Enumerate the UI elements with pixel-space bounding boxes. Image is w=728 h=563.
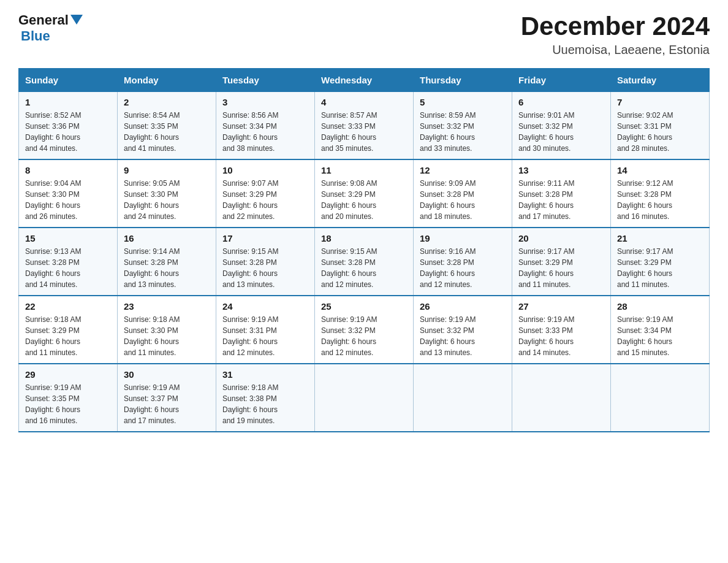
day-number: 11 <box>321 165 407 175</box>
table-cell: 9 Sunrise: 9:05 AM Sunset: 3:30 PM Dayli… <box>118 159 216 228</box>
day-info: Sunrise: 9:11 AM Sunset: 3:28 PM Dayligh… <box>518 178 604 222</box>
week-row-1: 1 Sunrise: 8:52 AM Sunset: 3:36 PM Dayli… <box>19 92 710 160</box>
table-cell: 1 Sunrise: 8:52 AM Sunset: 3:36 PM Dayli… <box>19 92 118 160</box>
day-info: Sunrise: 9:05 AM Sunset: 3:30 PM Dayligh… <box>124 178 210 222</box>
table-cell: 29 Sunrise: 9:19 AM Sunset: 3:35 PM Dayl… <box>19 364 118 432</box>
table-cell <box>315 364 414 432</box>
col-friday: Friday <box>512 69 611 92</box>
day-number: 5 <box>420 97 506 107</box>
col-tuesday: Tuesday <box>216 69 315 92</box>
day-info: Sunrise: 8:57 AM Sunset: 3:33 PM Dayligh… <box>321 110 407 154</box>
day-info: Sunrise: 9:13 AM Sunset: 3:28 PM Dayligh… <box>25 246 111 290</box>
table-cell: 14 Sunrise: 9:12 AM Sunset: 3:28 PM Dayl… <box>611 159 710 228</box>
day-info: Sunrise: 9:18 AM Sunset: 3:38 PM Dayligh… <box>222 382 308 426</box>
month-title: December 2024 <box>521 12 710 40</box>
day-number: 30 <box>124 369 210 380</box>
calendar-table: Sunday Monday Tuesday Wednesday Thursday… <box>18 68 710 432</box>
day-number: 3 <box>222 97 308 107</box>
day-info: Sunrise: 9:14 AM Sunset: 3:28 PM Dayligh… <box>124 246 210 290</box>
day-number: 26 <box>420 301 506 312</box>
table-cell: 18 Sunrise: 9:15 AM Sunset: 3:28 PM Dayl… <box>315 228 414 296</box>
day-info: Sunrise: 9:12 AM Sunset: 3:28 PM Dayligh… <box>617 178 703 222</box>
day-info: Sunrise: 8:54 AM Sunset: 3:35 PM Dayligh… <box>124 110 210 154</box>
day-info: Sunrise: 8:59 AM Sunset: 3:32 PM Dayligh… <box>420 110 506 154</box>
day-number: 2 <box>124 97 210 107</box>
day-info: Sunrise: 9:19 AM Sunset: 3:37 PM Dayligh… <box>124 382 210 426</box>
logo-triangle-icon <box>70 15 83 25</box>
day-number: 27 <box>518 301 604 312</box>
table-cell: 22 Sunrise: 9:18 AM Sunset: 3:29 PM Dayl… <box>19 296 118 364</box>
day-info: Sunrise: 9:18 AM Sunset: 3:30 PM Dayligh… <box>124 314 210 358</box>
table-cell: 3 Sunrise: 8:56 AM Sunset: 3:34 PM Dayli… <box>216 92 315 160</box>
day-info: Sunrise: 9:16 AM Sunset: 3:28 PM Dayligh… <box>420 246 506 290</box>
table-cell: 12 Sunrise: 9:09 AM Sunset: 3:28 PM Dayl… <box>414 159 512 228</box>
day-info: Sunrise: 9:18 AM Sunset: 3:29 PM Dayligh… <box>25 314 111 358</box>
table-cell: 13 Sunrise: 9:11 AM Sunset: 3:28 PM Dayl… <box>512 159 611 228</box>
table-cell: 26 Sunrise: 9:19 AM Sunset: 3:32 PM Dayl… <box>414 296 512 364</box>
day-info: Sunrise: 9:19 AM Sunset: 3:32 PM Dayligh… <box>321 314 407 358</box>
day-number: 18 <box>321 233 407 243</box>
logo: General Blue <box>18 12 83 44</box>
col-saturday: Saturday <box>611 69 710 92</box>
day-number: 1 <box>25 97 111 107</box>
table-cell <box>414 364 512 432</box>
day-number: 22 <box>25 301 111 312</box>
header: General Blue December 2024 Uuemoisa, Lae… <box>18 12 710 57</box>
table-cell: 2 Sunrise: 8:54 AM Sunset: 3:35 PM Dayli… <box>118 92 216 160</box>
col-sunday: Sunday <box>19 69 118 92</box>
table-cell: 7 Sunrise: 9:02 AM Sunset: 3:31 PM Dayli… <box>611 92 710 160</box>
day-number: 6 <box>518 97 604 107</box>
page-container: General Blue December 2024 Uuemoisa, Lae… <box>0 0 728 445</box>
day-info: Sunrise: 9:19 AM Sunset: 3:32 PM Dayligh… <box>420 314 506 358</box>
table-cell: 21 Sunrise: 9:17 AM Sunset: 3:29 PM Dayl… <box>611 228 710 296</box>
day-info: Sunrise: 8:52 AM Sunset: 3:36 PM Dayligh… <box>25 110 111 154</box>
day-number: 13 <box>518 165 604 175</box>
table-cell: 10 Sunrise: 9:07 AM Sunset: 3:29 PM Dayl… <box>216 159 315 228</box>
day-info: Sunrise: 9:15 AM Sunset: 3:28 PM Dayligh… <box>321 246 407 290</box>
table-cell: 4 Sunrise: 8:57 AM Sunset: 3:33 PM Dayli… <box>315 92 414 160</box>
day-number: 29 <box>25 369 111 380</box>
day-number: 31 <box>222 369 308 380</box>
table-cell: 23 Sunrise: 9:18 AM Sunset: 3:30 PM Dayl… <box>118 296 216 364</box>
table-cell: 30 Sunrise: 9:19 AM Sunset: 3:37 PM Dayl… <box>118 364 216 432</box>
day-number: 28 <box>617 301 703 312</box>
table-cell: 20 Sunrise: 9:17 AM Sunset: 3:29 PM Dayl… <box>512 228 611 296</box>
table-cell: 31 Sunrise: 9:18 AM Sunset: 3:38 PM Dayl… <box>216 364 315 432</box>
col-thursday: Thursday <box>414 69 512 92</box>
day-info: Sunrise: 9:15 AM Sunset: 3:28 PM Dayligh… <box>222 246 308 290</box>
day-number: 4 <box>321 97 407 107</box>
day-number: 19 <box>420 233 506 243</box>
table-cell: 16 Sunrise: 9:14 AM Sunset: 3:28 PM Dayl… <box>118 228 216 296</box>
table-cell: 27 Sunrise: 9:19 AM Sunset: 3:33 PM Dayl… <box>512 296 611 364</box>
table-cell: 28 Sunrise: 9:19 AM Sunset: 3:34 PM Dayl… <box>611 296 710 364</box>
day-info: Sunrise: 9:04 AM Sunset: 3:30 PM Dayligh… <box>25 178 111 222</box>
day-number: 24 <box>222 301 308 312</box>
day-info: Sunrise: 9:17 AM Sunset: 3:29 PM Dayligh… <box>518 246 604 290</box>
table-cell: 25 Sunrise: 9:19 AM Sunset: 3:32 PM Dayl… <box>315 296 414 364</box>
week-row-2: 8 Sunrise: 9:04 AM Sunset: 3:30 PM Dayli… <box>19 159 710 228</box>
week-row-3: 15 Sunrise: 9:13 AM Sunset: 3:28 PM Dayl… <box>19 228 710 296</box>
day-number: 7 <box>617 97 703 107</box>
day-info: Sunrise: 9:09 AM Sunset: 3:28 PM Dayligh… <box>420 178 506 222</box>
table-cell: 8 Sunrise: 9:04 AM Sunset: 3:30 PM Dayli… <box>19 159 118 228</box>
day-number: 12 <box>420 165 506 175</box>
day-number: 17 <box>222 233 308 243</box>
location-text: Uuemoisa, Laeaene, Estonia <box>521 43 710 57</box>
table-cell: 17 Sunrise: 9:15 AM Sunset: 3:28 PM Dayl… <box>216 228 315 296</box>
table-cell: 6 Sunrise: 9:01 AM Sunset: 3:32 PM Dayli… <box>512 92 611 160</box>
day-info: Sunrise: 8:56 AM Sunset: 3:34 PM Dayligh… <box>222 110 308 154</box>
day-number: 15 <box>25 233 111 243</box>
day-info: Sunrise: 9:19 AM Sunset: 3:31 PM Dayligh… <box>222 314 308 358</box>
day-info: Sunrise: 9:02 AM Sunset: 3:31 PM Dayligh… <box>617 110 703 154</box>
table-cell <box>512 364 611 432</box>
day-info: Sunrise: 9:19 AM Sunset: 3:33 PM Dayligh… <box>518 314 604 358</box>
day-number: 21 <box>617 233 703 243</box>
day-number: 16 <box>124 233 210 243</box>
week-row-4: 22 Sunrise: 9:18 AM Sunset: 3:29 PM Dayl… <box>19 296 710 364</box>
day-info: Sunrise: 9:19 AM Sunset: 3:34 PM Dayligh… <box>617 314 703 358</box>
logo-blue-text: Blue <box>21 28 83 44</box>
day-info: Sunrise: 9:08 AM Sunset: 3:29 PM Dayligh… <box>321 178 407 222</box>
table-cell: 19 Sunrise: 9:16 AM Sunset: 3:28 PM Dayl… <box>414 228 512 296</box>
table-cell: 15 Sunrise: 9:13 AM Sunset: 3:28 PM Dayl… <box>19 228 118 296</box>
day-number: 10 <box>222 165 308 175</box>
